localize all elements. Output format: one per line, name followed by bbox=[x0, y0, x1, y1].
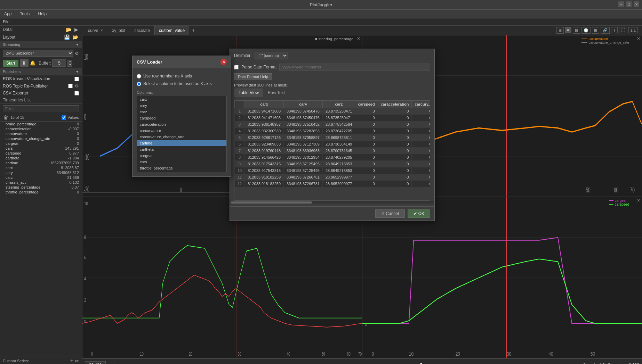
ts-item-name: cartime bbox=[6, 161, 18, 165]
parse-date-input[interactable] bbox=[279, 64, 430, 71]
data-upload-button[interactable]: 📂 bbox=[65, 27, 72, 32]
edit-series-button[interactable]: ✏ bbox=[75, 358, 79, 364]
cell-cary: 3348193.37266781 bbox=[284, 181, 323, 187]
cell-cary: 3348193.37127309 bbox=[284, 141, 323, 148]
column-item[interactable]: carcurvature bbox=[137, 127, 226, 134]
menu-tools[interactable]: Tools bbox=[18, 11, 31, 17]
minimize-button[interactable]: ─ bbox=[618, 1, 624, 7]
data-action-button[interactable]: ▶ bbox=[74, 27, 79, 32]
layout-icon-button[interactable]: ⊞ bbox=[556, 27, 564, 34]
cell-cary: 3348193.37283853 bbox=[284, 128, 323, 134]
filter-input[interactable] bbox=[3, 105, 79, 112]
publishers-section-header[interactable]: Publishers ▼ bbox=[0, 68, 82, 75]
close-button[interactable]: ✕ bbox=[634, 1, 639, 7]
radio-row-number[interactable] bbox=[137, 74, 141, 78]
column-item[interactable]: carspeed bbox=[137, 115, 226, 121]
tab-curve-close-icon[interactable]: ✕ bbox=[100, 28, 103, 32]
parse-date-checkbox[interactable] bbox=[234, 65, 239, 69]
chart-top-left-close[interactable]: ✕ bbox=[357, 36, 360, 41]
delete-button[interactable]: 🗑 bbox=[3, 115, 9, 120]
csv-modal-close[interactable]: ✕ bbox=[220, 59, 227, 65]
ts-item: cartheta-1.904 bbox=[0, 156, 82, 160]
chart-top-right-close[interactable]: ✕ bbox=[637, 36, 640, 41]
layout-controls: 💾 📂 bbox=[63, 34, 79, 40]
publisher-topic-gear[interactable]: ⚙ bbox=[75, 83, 79, 89]
publisher-csv-checkbox[interactable] bbox=[74, 91, 79, 96]
values-checkbox[interactable] bbox=[62, 115, 66, 120]
column-item[interactable]: cartheta bbox=[137, 146, 226, 152]
legend-carcurvature-color bbox=[581, 39, 587, 39]
layout-load-button[interactable]: 📂 bbox=[72, 34, 79, 40]
maximize-button[interactable]: □ bbox=[626, 1, 632, 7]
menu-app[interactable]: App bbox=[3, 11, 13, 17]
bell-button[interactable]: 🔔 bbox=[30, 60, 36, 66]
ok-button[interactable]: ✔ OK bbox=[408, 209, 430, 218]
delimiter-select[interactable]: "," (comma) bbox=[255, 52, 288, 59]
start-button[interactable]: Start bbox=[3, 60, 18, 67]
csv-preview-area: Delimiter: "," (comma) Parse Date Format… bbox=[230, 49, 435, 221]
ts-item-name: caracceleration bbox=[6, 127, 32, 131]
buffer-up-button[interactable]: ▲ bbox=[67, 60, 72, 63]
time-icon-button[interactable]: 1:1 bbox=[628, 27, 638, 33]
table-icon-button[interactable]: ⊟ bbox=[573, 27, 580, 34]
ts-item: caracceleration-0.007 bbox=[0, 126, 82, 131]
radio-column[interactable] bbox=[137, 82, 141, 86]
cancel-button[interactable]: ✕ Cancel bbox=[375, 209, 405, 218]
column-item[interactable]: carx bbox=[137, 96, 226, 102]
tab-custom-value[interactable]: custom_value bbox=[154, 26, 189, 35]
horizontal-scrollbar[interactable] bbox=[230, 201, 434, 204]
ts-item: cary3348068.312 bbox=[0, 170, 82, 175]
column-item[interactable]: cars bbox=[137, 159, 226, 165]
cell-caraccel: 0 bbox=[378, 167, 412, 174]
publisher-topic-checkbox[interactable] bbox=[68, 84, 73, 88]
publisher-rosout-checkbox[interactable] bbox=[74, 77, 79, 81]
values-label: Values bbox=[67, 115, 79, 119]
column-item[interactable]: cargear bbox=[137, 152, 226, 159]
zmq-gear-button[interactable]: ⚙ bbox=[75, 51, 79, 56]
date-format-help-button[interactable]: Date Format Help bbox=[234, 73, 272, 80]
grid2-icon-button[interactable]: ⊞ bbox=[592, 27, 599, 34]
clock-icon-button[interactable]: 🕐 bbox=[581, 27, 591, 34]
view-tab-table[interactable]: Table View bbox=[234, 89, 263, 97]
cell-cary: 3348193.37510432 bbox=[284, 121, 323, 128]
ts-item-name: carcurvature_change_rate bbox=[6, 136, 50, 141]
time-display: 22.482 bbox=[85, 361, 106, 364]
column-item[interactable]: cary bbox=[137, 102, 226, 109]
buffer-down-button[interactable]: ▼ bbox=[67, 63, 72, 67]
tab-add-button[interactable]: + bbox=[189, 26, 198, 35]
column-item[interactable]: caracceleration bbox=[137, 121, 226, 127]
ts-count: 15 of 15 bbox=[10, 115, 60, 119]
buffer-input[interactable] bbox=[52, 59, 66, 67]
zmq-subscriber-select[interactable]: ZMQ Subscriber bbox=[3, 50, 73, 57]
expand-icon-button[interactable]: ⛶ bbox=[619, 27, 627, 33]
cell-cary: 3348193.37125495 bbox=[284, 167, 323, 174]
column-item[interactable]: brake_percentage bbox=[137, 171, 226, 172]
view-tab-raw[interactable]: Raw Text bbox=[263, 89, 289, 97]
link-icon-button[interactable]: 🔗 bbox=[601, 27, 610, 34]
column-item[interactable]: cartime bbox=[137, 140, 226, 146]
pause-button[interactable]: ⏸ bbox=[20, 59, 29, 67]
column-item[interactable]: carcurvature_change_rate bbox=[137, 134, 226, 140]
text-icon-button[interactable]: T bbox=[611, 27, 618, 33]
ts-item-name: chassis_acc bbox=[6, 180, 26, 184]
play-button[interactable]: ▶ bbox=[114, 362, 118, 364]
layout-save-button[interactable]: 💾 bbox=[63, 34, 71, 40]
cell-carx: 812033.923409833 bbox=[245, 141, 284, 148]
chart-bottom-right: ✕ cargear carspeed 2 0 bbox=[362, 197, 642, 359]
radio-column-row: Select a column to be used as X axis bbox=[137, 80, 227, 88]
streaming-section-header[interactable]: Streaming ▼ bbox=[0, 41, 82, 48]
file-label[interactable]: File bbox=[3, 19, 9, 24]
cell-carspeed: 0 bbox=[355, 115, 378, 121]
column-item[interactable]: carz bbox=[137, 109, 226, 115]
cell-carcurv: 0 bbox=[412, 115, 430, 121]
rewind-button[interactable]: ↩ bbox=[109, 362, 113, 364]
column-item[interactable]: throttle_percentage bbox=[137, 165, 226, 171]
grid-icon-button[interactable]: ≡ bbox=[565, 27, 571, 33]
add-series-button[interactable]: + bbox=[70, 358, 73, 364]
chart-bottom-right-close[interactable]: ✕ bbox=[637, 198, 640, 203]
ts-item-name: throttle_percentage bbox=[6, 190, 39, 194]
tab-xy-plot[interactable]: xy_plot bbox=[107, 26, 130, 35]
menu-help[interactable]: Help bbox=[37, 11, 48, 17]
tab-caculate[interactable]: caculate bbox=[130, 26, 154, 35]
tab-curve[interactable]: curve ✕ bbox=[83, 26, 107, 35]
